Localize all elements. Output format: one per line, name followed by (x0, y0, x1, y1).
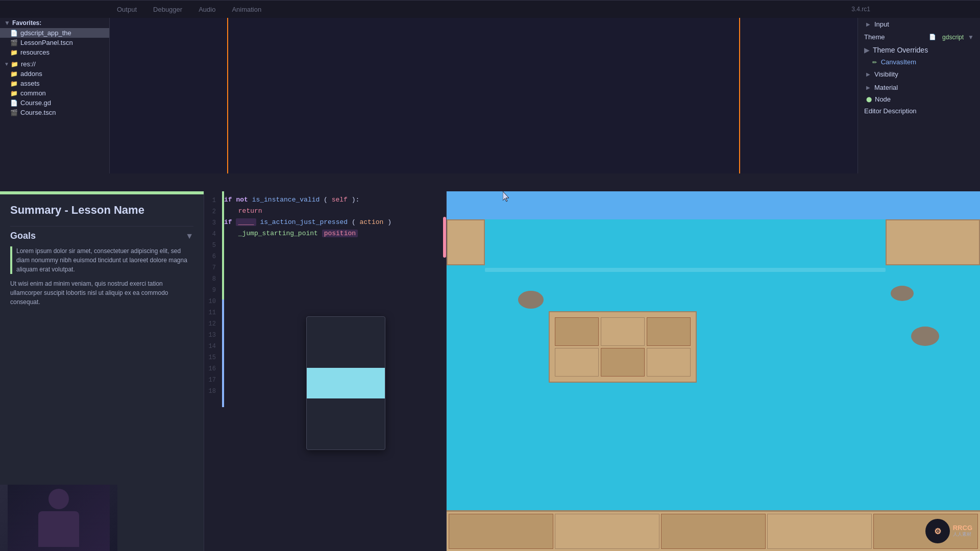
autocomplete-popup[interactable] (306, 316, 385, 450)
script-icon: 📄 (10, 99, 18, 107)
paren-close: ): (352, 196, 360, 204)
node-item: ⬤ Node (858, 94, 980, 105)
viewport-border-left (227, 0, 228, 173)
file-label: assets (20, 80, 40, 87)
line-num-11: 11 (204, 308, 222, 316)
goals-title: Goals (10, 231, 185, 241)
input-section[interactable]: ▶ Input (858, 17, 980, 31)
pencil-icon: ✏ (872, 59, 877, 65)
goals-green-bar (10, 246, 12, 274)
line-num-8: 8 (204, 274, 222, 283)
lesson-panel: Summary - Lesson Name Goals ▼ Lorem ipsu… (0, 191, 204, 551)
video-thumbnail[interactable] (0, 485, 117, 551)
theme-overrides-label: Theme Overrides (873, 46, 928, 54)
rrcg-circle-icon: ⚙ (925, 519, 950, 543)
editor-description-section[interactable]: Editor Description (858, 105, 980, 117)
line-num-7: 7 (204, 263, 222, 271)
code-line-6: 6 (204, 252, 446, 263)
theme-overrides-header[interactable]: ▶ Theme Overrides (858, 43, 980, 57)
res-caret: ▼ (4, 61, 9, 67)
favorites-label: Favorites: (12, 19, 41, 27)
block-cell (647, 348, 691, 377)
file-item-lessonpanel[interactable]: 🎬 LessonPanel.tscn (0, 38, 109, 47)
autocomplete-selected-item[interactable] (307, 368, 385, 398)
line-num-12: 12 (204, 319, 222, 328)
res-label: res:// (21, 60, 36, 68)
autocomplete-bottom (307, 398, 385, 449)
game-scene: ⚙ RRCG 人人素材 (447, 219, 980, 551)
video-thumb-inner (0, 485, 117, 551)
code-line-10: 10 (204, 296, 446, 308)
file-item-assets[interactable]: 📁 assets (0, 79, 109, 88)
line-num-16: 16 (204, 364, 222, 372)
block-cell (601, 317, 645, 346)
top-area: 🔍 ⋮ ▼ Favorites: 📄 gdscript_app_the 🎬 Le… (0, 0, 980, 173)
visibility-expand-icon: ▶ (864, 70, 872, 78)
code-line-9: 9 (204, 285, 446, 296)
canvas-item-item[interactable]: ✏ CanvasItem (858, 57, 980, 67)
bottom-area: Summary - Lesson Name Goals ▼ Lorem ipsu… (0, 173, 980, 551)
file-item-addons[interactable]: 📁 addons (0, 69, 109, 79)
tab-animation[interactable]: Animation (225, 3, 268, 16)
file-item-coursetscn[interactable]: 🎬 Course.tscn (0, 108, 109, 117)
line-num-4: 4 (204, 230, 222, 238)
goals-header: Goals ▼ (10, 231, 193, 241)
file-label: Course.tscn (20, 109, 56, 116)
code-accent-bar (222, 191, 224, 551)
file-label: addons (20, 70, 42, 78)
material-label: Material (874, 84, 898, 91)
file-item-coursegd[interactable]: 📄 Course.gd (0, 98, 109, 108)
body-shape (38, 511, 79, 547)
line-content-3: if ____ is_action_just_pressed ( action … (222, 218, 446, 226)
kw-if: if (224, 196, 236, 204)
fn-is-instance-valid: is_instance_valid (252, 196, 320, 204)
favorites-header[interactable]: ▼ Favorites: (0, 18, 109, 28)
goals-text-block: Lorem ipsum dolor sir amet, consectetuer… (10, 246, 193, 274)
rock-3 (911, 327, 939, 346)
line-num-9: 9 (204, 286, 222, 294)
scene-icon: 🎬 (10, 109, 18, 116)
res-root[interactable]: ▼ 📁 res:// (0, 59, 109, 69)
progress-bar-fill (0, 191, 204, 194)
rock-2 (891, 286, 914, 301)
block-cell (555, 317, 599, 346)
file-tree: ▼ Favorites: 📄 gdscript_app_the 🎬 Lesson… (0, 15, 109, 173)
theme-overrides-caret: ▶ (864, 46, 870, 54)
tab-debugger[interactable]: Debugger (146, 3, 189, 16)
material-section[interactable]: ▶ Material (858, 81, 980, 94)
file-label: LessonPanel.tscn (20, 39, 73, 46)
rrcg-logo-area: ⚙ RRCG 人人素材 (925, 519, 972, 543)
file-item-resources[interactable]: 📁 resources (0, 47, 109, 57)
stone-block-tr (886, 219, 980, 265)
folder-icon: 📁 (10, 49, 18, 56)
bottom-tabs-bar: Output Debugger Audio Animation 3.4.rc1 (0, 0, 980, 18)
version-label: 3.4.rc1 (851, 6, 870, 13)
theme-dropdown-arrow[interactable]: ▼ (968, 34, 974, 41)
progress-bar (0, 191, 204, 194)
right-panel: ▶ Mouse ▶ Input Theme 📄 gdscript ▼ ▶ The… (857, 0, 980, 173)
input-expand-icon: ▶ (864, 20, 872, 28)
file-label: resources (20, 48, 50, 56)
line-num-13: 13 (204, 331, 222, 339)
tab-output[interactable]: Output (110, 3, 144, 16)
file-item-gdscript[interactable]: 📄 gdscript_app_the (0, 28, 109, 38)
line-num-10: 10 (204, 297, 222, 305)
head-shape (48, 489, 69, 509)
kw-if-2: if (224, 218, 236, 226)
code-line-4: 4 _jump_starting_point position (204, 229, 446, 240)
file-item-common[interactable]: 📁 common (0, 88, 109, 98)
tab-audio[interactable]: Audio (191, 3, 223, 16)
floor-block (555, 514, 659, 549)
line-num-2: 2 (204, 207, 222, 215)
line-num-15: 15 (204, 353, 222, 361)
folder-icon: 📁 (10, 90, 18, 97)
left-sidebar: 🔍 ⋮ ▼ Favorites: 📄 gdscript_app_the 🎬 Le… (0, 0, 110, 173)
arg-self: self (332, 196, 348, 204)
lesson-title: Summary - Lesson Name (10, 204, 193, 217)
stone-platform-mid (549, 311, 697, 383)
script-icon: 📄 (10, 30, 18, 37)
scroll-indicator[interactable] (443, 217, 446, 258)
goals-arrow-icon[interactable]: ▼ (185, 232, 193, 241)
block-grid (555, 317, 691, 377)
visibility-section[interactable]: ▶ Visibility (858, 67, 980, 81)
